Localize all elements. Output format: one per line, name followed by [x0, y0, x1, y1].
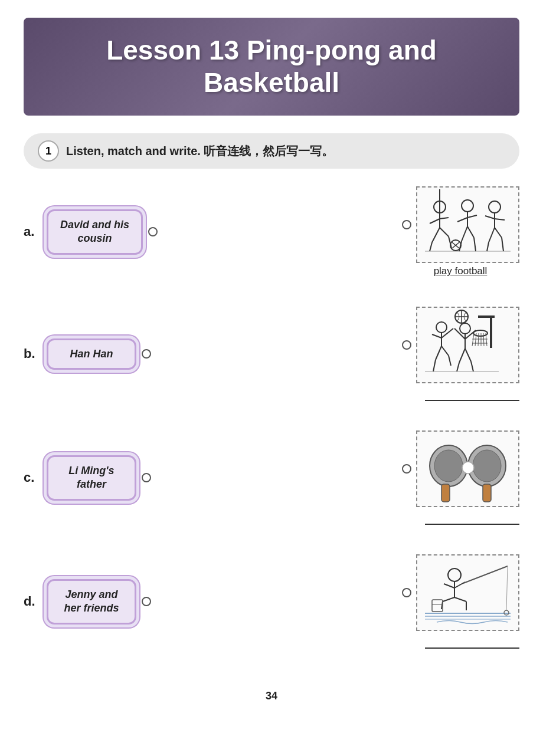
title-banner: Lesson 13 Ping-pong and Basketball — [24, 18, 519, 116]
svg-rect-64 — [483, 484, 491, 502]
svg-line-7 — [430, 242, 432, 251]
write-line-c[interactable] — [425, 511, 519, 525]
image-box-d — [416, 554, 519, 631]
svg-line-54 — [459, 349, 465, 363]
svg-line-73 — [454, 597, 466, 601]
svg-line-5 — [432, 228, 440, 242]
svg-line-71 — [443, 597, 454, 601]
svg-line-14 — [467, 226, 474, 238]
svg-line-56 — [457, 363, 459, 372]
svg-line-46 — [436, 346, 441, 360]
connector-left-b — [142, 349, 151, 359]
pingpong-illustration — [419, 433, 516, 504]
row-letter-d: d. — [24, 594, 47, 609]
name-box-a: David and hiscousin — [47, 210, 142, 254]
right-part-a: play football — [401, 186, 519, 277]
svg-line-6 — [440, 228, 449, 236]
svg-line-3 — [430, 219, 440, 223]
svg-line-33 — [478, 333, 479, 346]
connector-left-a — [148, 227, 158, 236]
svg-point-42 — [436, 322, 447, 333]
write-line-b[interactable] — [425, 387, 519, 401]
instruction-bar: 1 Listen, match and write. 听音连线，然后写一写。 — [24, 133, 519, 169]
lesson-title: Lesson 13 Ping-pong and Basketball — [47, 34, 496, 99]
connector-left-c — [142, 473, 151, 482]
svg-point-60 — [434, 450, 463, 482]
svg-line-48 — [433, 360, 436, 372]
page-number: 34 — [0, 690, 543, 714]
exercise-row-d: d. Jenny andher friends — [24, 554, 519, 649]
svg-line-45 — [441, 328, 453, 338]
right-part-d — [401, 554, 519, 649]
connector-left-d — [142, 597, 151, 606]
svg-line-24 — [502, 238, 503, 251]
exercise-row-b: b. Han Han — [24, 307, 519, 401]
svg-point-17 — [489, 201, 501, 213]
svg-line-49 — [449, 356, 451, 366]
connector-right-b — [402, 340, 411, 350]
svg-line-78 — [506, 566, 508, 610]
svg-line-4 — [440, 218, 449, 219]
football-illustration — [419, 189, 516, 260]
instruction-number: 1 — [38, 140, 59, 162]
svg-line-13 — [462, 226, 467, 241]
svg-line-20 — [495, 219, 505, 220]
svg-rect-61 — [441, 484, 450, 502]
svg-line-19 — [485, 216, 495, 219]
connector-right-c — [402, 464, 411, 474]
svg-line-11 — [457, 218, 467, 222]
right-part-c — [401, 430, 519, 525]
svg-point-65 — [462, 462, 474, 474]
name-box-b: Han Han — [47, 339, 136, 369]
svg-rect-28 — [490, 315, 492, 348]
svg-line-23 — [487, 242, 489, 251]
right-part-b — [401, 307, 519, 401]
image-box-b — [416, 307, 519, 383]
svg-rect-29 — [478, 315, 495, 318]
svg-line-55 — [465, 349, 471, 361]
svg-line-35 — [483, 333, 484, 346]
write-line-d[interactable] — [425, 635, 519, 649]
row-letter-c: c. — [24, 470, 47, 485]
name-box-d: Jenny andher friends — [47, 580, 136, 624]
svg-line-21 — [489, 228, 495, 242]
svg-line-75 — [444, 584, 454, 588]
answer-text-a: play football — [434, 265, 488, 277]
svg-line-22 — [495, 228, 502, 238]
svg-line-16 — [474, 238, 476, 251]
connector-right-d — [402, 588, 411, 597]
row-letter-a: a. — [24, 224, 47, 239]
exercise-row-c: c. Li Ming'sfather — [24, 430, 519, 525]
image-box-c — [416, 430, 519, 507]
svg-line-57 — [471, 361, 473, 372]
exercise-area: a. David and hiscousin — [0, 180, 543, 684]
svg-line-44 — [432, 334, 441, 338]
svg-line-77 — [463, 566, 508, 583]
connector-right-a — [402, 220, 411, 229]
svg-rect-80 — [432, 600, 443, 612]
row-letter-b: b. — [24, 346, 47, 361]
svg-line-12 — [467, 215, 477, 218]
svg-line-31 — [472, 333, 474, 346]
svg-point-63 — [473, 450, 501, 482]
exercise-row-a: a. David and hiscousin — [24, 186, 519, 277]
name-box-c: Li Ming'sfather — [47, 456, 136, 500]
basketball-illustration — [419, 310, 516, 380]
fishing-illustration — [419, 557, 516, 628]
instruction-text: Listen, match and write. 听音连线，然后写一写。 — [66, 143, 333, 159]
svg-line-47 — [441, 346, 449, 356]
image-box-a — [416, 186, 519, 263]
svg-point-69 — [448, 568, 461, 581]
svg-point-50 — [460, 323, 470, 334]
svg-point-9 — [462, 200, 473, 212]
